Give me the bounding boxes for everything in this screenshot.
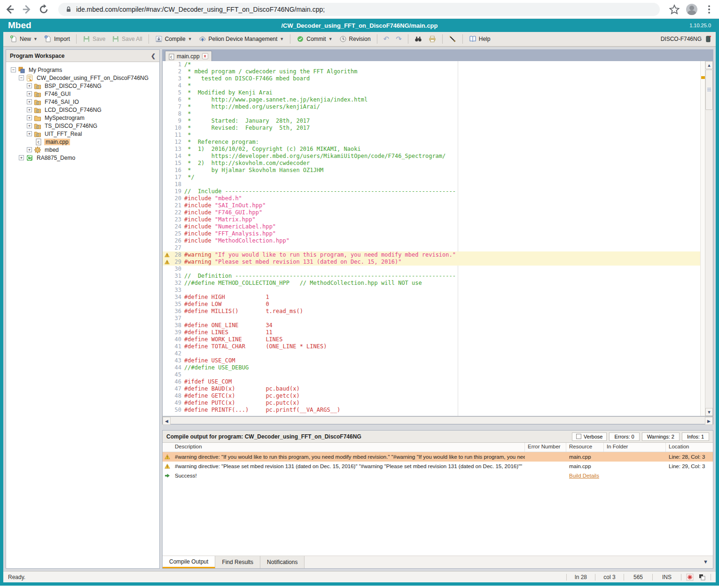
- back-icon[interactable]: [5, 4, 15, 15]
- collapse-output-icon[interactable]: ▼: [703, 559, 708, 564]
- code-line[interactable]: 33: [163, 287, 700, 294]
- pelion-button[interactable]: Pelion Device Management▼: [196, 33, 287, 45]
- find-button[interactable]: [412, 33, 425, 45]
- expand-node-icon[interactable]: +: [27, 83, 32, 88]
- code-line[interactable]: 32//#define METHOD_COLLECTION_HPP // Met…: [163, 280, 700, 287]
- scroll-up-icon[interactable]: ▲: [705, 61, 713, 69]
- code-line[interactable]: 9 * Started: January 28th, 2017: [163, 118, 700, 125]
- horizontal-scrollbar[interactable]: ◀ ▶: [162, 416, 713, 424]
- warning-marker[interactable]: [701, 76, 705, 79]
- vertical-scrollbar[interactable]: ▲ ▼: [705, 61, 713, 416]
- scroll-down-icon[interactable]: ▼: [705, 408, 713, 416]
- code-line[interactable]: 44//#define USE_DEBUG: [163, 364, 700, 371]
- new-button[interactable]: New▼: [7, 33, 40, 45]
- import-button[interactable]: Import: [41, 33, 73, 45]
- code-line[interactable]: 17 */: [163, 174, 700, 181]
- code-line[interactable]: 36#define MILLIS() t.read_ms(): [163, 308, 700, 315]
- tree-item-cw-decoder-using-fft-on-discof746ng[interactable]: −CW_Decoder_using_FFT_on_DiscoF746NG: [6, 74, 159, 82]
- tab-find-results[interactable]: Find Results: [215, 556, 260, 568]
- code-editor[interactable]: 1/*2 * mbed program / cwdecoder using th…: [162, 61, 713, 416]
- code-line[interactable]: 42: [163, 350, 700, 357]
- tree-item-lcd-disco-f746ng[interactable]: +LCD_DISCO_F746NG: [6, 106, 159, 114]
- code-line[interactable]: 6 * http://www.page.sannet.ne.jp/kenjia/…: [163, 96, 700, 103]
- tree-item-ra8875-demo[interactable]: +RA8875_Demo: [6, 154, 159, 162]
- expand-node-icon[interactable]: +: [27, 107, 32, 112]
- save-button[interactable]: Save: [80, 33, 108, 45]
- expand-node-icon[interactable]: +: [27, 115, 32, 120]
- code-line[interactable]: 35#define LOW 0: [163, 301, 700, 308]
- collapse-node-icon[interactable]: −: [11, 67, 16, 72]
- print-button[interactable]: [426, 33, 439, 45]
- code-line[interactable]: 27: [163, 244, 700, 251]
- code-line[interactable]: 7 * http://mbed.org/users/kenjiArai/: [163, 103, 700, 110]
- column-header-error-number[interactable]: Error Number: [525, 443, 566, 452]
- code-line[interactable]: 23#include "Matrix.hpp": [163, 216, 700, 223]
- code-line[interactable]: 47#define BAUD(x) pc.baud(x): [163, 385, 700, 392]
- code-line[interactable]: 11 *: [163, 132, 700, 139]
- code-line[interactable]: 43#define USE_COM: [163, 357, 700, 364]
- expand-node-icon[interactable]: +: [19, 155, 24, 160]
- code-line[interactable]: 25#include "FFT_Analysis.hpp": [163, 230, 700, 237]
- code-line[interactable]: 46#ifdef USE_COM: [163, 378, 700, 385]
- code-line[interactable]: 49#define PUTC(x) pc.putc(x): [163, 400, 700, 407]
- verbose-checkbox[interactable]: Verbose: [572, 432, 607, 441]
- tree-item-uit-fft-real[interactable]: +UIT_FFT_Real: [6, 130, 159, 138]
- code-line[interactable]: 37: [163, 315, 700, 322]
- code-line[interactable]: 34#define HIGH 1: [163, 294, 700, 301]
- tab-compile-output[interactable]: Compile Output: [163, 556, 215, 568]
- code-line[interactable]: 40#define WORK_LINE LINES: [163, 336, 700, 343]
- code-line[interactable]: 21#include "SAI_InOut.hpp": [163, 202, 700, 209]
- code-line[interactable]: 45: [163, 371, 700, 378]
- scroll-right-icon[interactable]: ▶: [705, 417, 713, 425]
- code-line[interactable]: 41#define TOTAL_CHAR (ONE_LINE * LINES): [163, 343, 700, 350]
- whitespace-toggle-icon[interactable]: [686, 573, 694, 581]
- code-line[interactable]: 12 * Reference program:: [163, 139, 700, 146]
- errors-counter-button[interactable]: Errors: 0: [609, 432, 639, 441]
- expand-node-icon[interactable]: +: [27, 131, 32, 136]
- url-bar[interactable]: ide.mbed.com/compiler/#nav:/CW_Decoder_u…: [58, 3, 660, 16]
- revision-button[interactable]: Revision: [336, 33, 374, 45]
- tree-item-my-programs[interactable]: −My Programs: [6, 66, 159, 74]
- tree-item-f746-sai-io[interactable]: +F746_SAI_IO: [6, 98, 159, 106]
- column-header-in-folder[interactable]: In Folder: [604, 443, 666, 452]
- compile-button[interactable]: Compile▼: [152, 33, 195, 45]
- tab-main-cpp[interactable]: c main.cpp x: [165, 51, 212, 61]
- code-line[interactable]: 4 *: [163, 82, 700, 89]
- column-header-location[interactable]: Location: [666, 443, 713, 452]
- code-line[interactable]: 20#include "mbed.h": [163, 195, 700, 202]
- code-area[interactable]: 1/*2 * mbed program / cwdecoder using th…: [163, 61, 700, 416]
- code-line[interactable]: 15 * 2) http://skovholm.com/cwdecoder: [163, 160, 700, 167]
- tree-item-mbed[interactable]: +mbed: [6, 146, 159, 154]
- code-line[interactable]: 2 * mbed program / cwdecoder using the F…: [163, 68, 700, 75]
- reload-icon[interactable]: [39, 4, 49, 15]
- code-line[interactable]: 28#warning "If you would like to run thi…: [163, 251, 700, 259]
- code-line[interactable]: 10 * Revised: Feburary 5th, 2017: [163, 125, 700, 132]
- code-line[interactable]: 50#define PRINTF(...) pc.printf(__VA_ARG…: [163, 407, 700, 414]
- code-line[interactable]: 39#define LINES 11: [163, 329, 700, 336]
- code-line[interactable]: 29#warning "Please set mbed revision 131…: [163, 259, 700, 266]
- tree-item-ts-disco-f746ng[interactable]: +TS_DISCO_F746NG: [6, 122, 159, 130]
- code-line[interactable]: 22#include "F746_GUI.hpp": [163, 209, 700, 216]
- tab-notifications[interactable]: Notifications: [260, 556, 305, 568]
- code-line[interactable]: 14 * https://developer.mbed.org/users/Mi…: [163, 153, 700, 160]
- code-line[interactable]: 16 * by Hjalmar Skovholm Hansen OZ1JHM: [163, 167, 700, 174]
- build-details-link[interactable]: Build Details: [569, 473, 599, 478]
- code-line[interactable]: 31// Definition ------------------------…: [163, 273, 700, 280]
- compile-output-row[interactable]: Success!Build Details: [163, 471, 713, 480]
- code-line[interactable]: 13 * 1) 2016/10/02, Copyright (c) 2016 M…: [163, 146, 700, 153]
- vertical-scroll-thumb[interactable]: [705, 70, 713, 110]
- column-header-resource[interactable]: Resource: [566, 443, 604, 452]
- column-header-description[interactable]: Description: [172, 443, 525, 452]
- code-line[interactable]: 8 *: [163, 110, 700, 118]
- code-line[interactable]: 48#define GETC(x) pc.getc(x): [163, 392, 700, 400]
- bookmark-star-icon[interactable]: [669, 4, 680, 15]
- expand-node-icon[interactable]: +: [27, 123, 32, 128]
- tree-item-bsp-disco-f746ng[interactable]: +BSP_DISCO_F746NG: [6, 82, 159, 90]
- tree-item-f746-gui[interactable]: +F746_GUI: [6, 90, 159, 98]
- code-line[interactable]: 19// Include ---------------------------…: [163, 188, 700, 195]
- forward-icon[interactable]: [22, 4, 32, 15]
- warnings-counter-button[interactable]: Warnings: 2: [642, 432, 680, 441]
- redo-button[interactable]: ↷: [393, 33, 405, 45]
- split-view-icon[interactable]: [698, 573, 706, 581]
- close-tab-icon[interactable]: x: [202, 53, 208, 59]
